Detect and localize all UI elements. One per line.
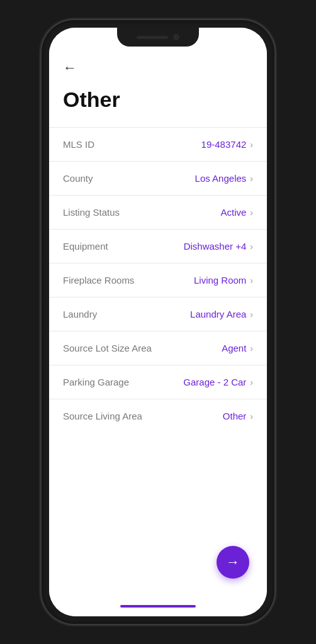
notch <box>117 28 199 47</box>
chevron-icon-mls-id: › <box>250 140 253 150</box>
value-parking-garage: Garage - 2 Car <box>183 377 246 387</box>
list-item-fireplace-rooms[interactable]: Fireplace RoomsLiving Room› <box>49 263 267 297</box>
value-wrapper-listing-status: Active› <box>220 207 253 218</box>
value-fireplace-rooms: Living Room <box>194 275 246 286</box>
list-item-laundry[interactable]: LaundryLaundry Area› <box>49 297 267 331</box>
chevron-icon-laundry: › <box>250 309 253 319</box>
list-item-parking-garage[interactable]: Parking GarageGarage - 2 Car› <box>49 365 267 399</box>
chevron-icon-county: › <box>250 174 253 184</box>
fab-next-button[interactable]: → <box>217 546 249 579</box>
list-item-source-lot-size-area[interactable]: Source Lot Size AreaAgent› <box>49 331 267 365</box>
value-source-lot-size-area: Agent <box>222 343 246 353</box>
list-item-listing-status[interactable]: Listing StatusActive› <box>49 195 267 229</box>
value-equipment: Dishwasher +4 <box>184 241 247 252</box>
value-source-living-area: Other <box>223 411 247 421</box>
label-source-lot-size-area: Source Lot Size Area <box>63 343 152 353</box>
chevron-icon-source-living-area: › <box>250 411 253 421</box>
label-listing-status: Listing Status <box>63 207 120 218</box>
back-arrow-icon: ← <box>63 60 77 75</box>
page-heading: Other <box>63 87 253 112</box>
chevron-icon-equipment: › <box>250 242 253 252</box>
list-item-mls-id[interactable]: MLS ID19-483742› <box>49 127 267 161</box>
label-fireplace-rooms: Fireplace Rooms <box>63 275 134 286</box>
value-listing-status: Active <box>220 207 246 218</box>
chevron-icon-listing-status: › <box>250 208 253 218</box>
label-county: County <box>63 173 93 184</box>
chevron-icon-parking-garage: › <box>250 377 253 387</box>
phone-wrapper: ← Other MLS ID19-483742›CountyLos Angele… <box>0 0 316 644</box>
value-wrapper-laundry: Laundry Area› <box>190 309 253 319</box>
value-wrapper-source-living-area: Other› <box>223 411 253 421</box>
chevron-icon-fireplace-rooms: › <box>250 275 253 286</box>
screen-content: ← Other MLS ID19-483742›CountyLos Angele… <box>49 28 267 616</box>
notch-speaker <box>137 36 168 39</box>
value-county: Los Angeles <box>195 173 247 184</box>
notch-camera <box>173 34 179 40</box>
label-equipment: Equipment <box>63 241 108 252</box>
value-wrapper-source-lot-size-area: Agent› <box>222 343 253 353</box>
value-mls-id: 19-483742 <box>201 139 247 150</box>
value-wrapper-county: Los Angeles› <box>195 173 253 184</box>
list-item-source-living-area[interactable]: Source Living AreaOther› <box>49 399 267 433</box>
value-wrapper-equipment: Dishwasher +4› <box>184 241 253 252</box>
value-wrapper-fireplace-rooms: Living Room› <box>194 275 253 286</box>
fab-arrow-icon: → <box>226 554 240 570</box>
value-wrapper-mls-id: 19-483742› <box>201 139 253 150</box>
list-item-equipment[interactable]: EquipmentDishwasher +4› <box>49 229 267 263</box>
home-indicator <box>120 605 196 608</box>
label-source-living-area: Source Living Area <box>63 411 142 421</box>
label-parking-garage: Parking Garage <box>63 377 129 387</box>
list-container: MLS ID19-483742›CountyLos Angeles›Listin… <box>49 127 267 433</box>
value-wrapper-parking-garage: Garage - 2 Car› <box>183 377 253 387</box>
chevron-icon-source-lot-size-area: › <box>250 343 253 353</box>
back-button[interactable]: ← <box>49 50 267 81</box>
phone-screen: ← Other MLS ID19-483742›CountyLos Angele… <box>49 28 267 616</box>
label-mls-id: MLS ID <box>63 139 94 150</box>
value-laundry: Laundry Area <box>190 309 246 319</box>
phone-body: ← Other MLS ID19-483742›CountyLos Angele… <box>42 20 274 624</box>
list-item-county[interactable]: CountyLos Angeles› <box>49 161 267 195</box>
page-title: Other <box>49 81 267 127</box>
label-laundry: Laundry <box>63 309 97 319</box>
